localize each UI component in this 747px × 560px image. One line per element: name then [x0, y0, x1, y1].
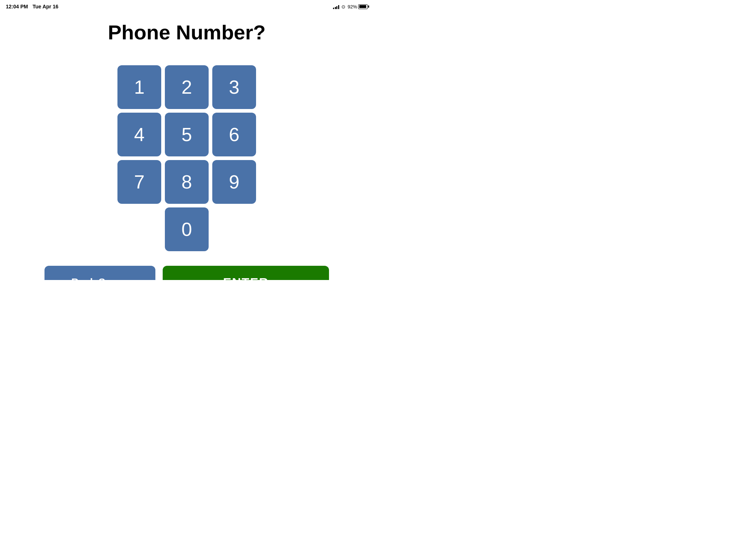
battery-percent: 92%	[348, 4, 357, 9]
page-title: Phone Number?	[108, 20, 266, 44]
key-6[interactable]: 6	[212, 113, 256, 156]
keypad-row-2: 4 5 6	[117, 113, 256, 156]
key-2[interactable]: 2	[165, 65, 209, 109]
key-1[interactable]: 1	[117, 65, 161, 109]
status-time: 12:04 PM	[6, 4, 28, 9]
key-8[interactable]: 8	[165, 160, 209, 204]
status-date: Tue Apr 16	[32, 4, 58, 9]
key-7[interactable]: 7	[117, 160, 161, 204]
signal-icon	[333, 4, 339, 9]
main-content: Phone Number? 1 2 3 4 5 6 7 8 9 0 Back S…	[0, 13, 374, 280]
battery-icon	[358, 4, 368, 9]
bottom-buttons: Back Space ENTER	[44, 266, 329, 280]
status-bar: 12:04 PM Tue Apr 16 ⊙ 92%	[0, 0, 374, 13]
key-5[interactable]: 5	[165, 113, 209, 156]
keypad-row-4: 0	[165, 207, 209, 251]
key-0[interactable]: 0	[165, 207, 209, 251]
keypad-row-1: 1 2 3	[117, 65, 256, 109]
status-indicators: ⊙ 92%	[333, 4, 368, 9]
backspace-button[interactable]: Back Space	[44, 266, 155, 280]
enter-button[interactable]: ENTER	[163, 266, 329, 280]
key-3[interactable]: 3	[212, 65, 256, 109]
key-4[interactable]: 4	[117, 113, 161, 156]
keypad-row-3: 7 8 9	[117, 160, 256, 204]
battery-indicator: 92%	[348, 4, 368, 9]
key-9[interactable]: 9	[212, 160, 256, 204]
wifi-icon: ⊙	[341, 4, 345, 9]
status-time-date: 12:04 PM Tue Apr 16	[6, 3, 58, 10]
keypad: 1 2 3 4 5 6 7 8 9 0	[117, 65, 256, 251]
